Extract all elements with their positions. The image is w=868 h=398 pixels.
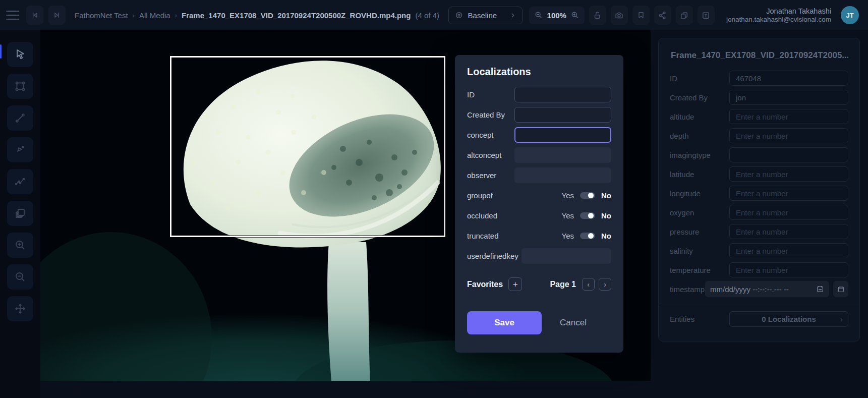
lock-button[interactable] bbox=[589, 6, 606, 25]
zoom-level: 100% bbox=[547, 11, 566, 20]
version-label: Baseline bbox=[468, 11, 504, 20]
dialog-actions: Save Cancel bbox=[467, 311, 611, 334]
favorites-label: Favorites bbox=[467, 280, 503, 289]
created-by-field[interactable] bbox=[729, 90, 848, 105]
magnifier-plus-icon bbox=[571, 11, 579, 19]
toggle-label: truncated bbox=[467, 232, 562, 240]
field-row-oxygen: oxygen bbox=[670, 205, 848, 220]
zoom-in-tool-button[interactable] bbox=[7, 233, 33, 258]
field-label: altconcept bbox=[467, 151, 514, 159]
calendar-icon bbox=[837, 286, 845, 293]
page-prev-button[interactable]: ‹ bbox=[582, 278, 595, 291]
bookmark-icon bbox=[637, 11, 645, 19]
toggle-row-occluded: occluded Yes No bbox=[467, 208, 611, 223]
id-field[interactable] bbox=[729, 71, 848, 86]
line-tool-button[interactable] bbox=[7, 105, 33, 131]
pressure-field[interactable] bbox=[729, 224, 848, 239]
media-counter: (4 of 4) bbox=[415, 11, 439, 20]
timestamp-field[interactable]: mm/dd/yyyy --:--:--.--- -- bbox=[705, 281, 829, 297]
prev-media-button[interactable] bbox=[26, 6, 43, 25]
point-tool-button[interactable] bbox=[7, 137, 33, 162]
text-overlay-icon bbox=[702, 11, 710, 20]
polyline-tool-button[interactable] bbox=[7, 169, 33, 194]
toggle-label: groupof bbox=[467, 191, 562, 200]
observer-field[interactable] bbox=[514, 167, 611, 183]
breadcrumb-separator: › bbox=[175, 12, 177, 19]
breadcrumb-section[interactable]: All Media bbox=[139, 11, 170, 20]
field-row-altitude: altitude bbox=[670, 109, 848, 124]
localization-created-by-field[interactable] bbox=[514, 107, 611, 123]
cancel-button[interactable]: Cancel bbox=[560, 318, 587, 328]
version-select[interactable]: Baseline bbox=[448, 7, 523, 24]
altitude-field[interactable] bbox=[729, 109, 848, 124]
pointer-tool-button[interactable] bbox=[7, 42, 33, 67]
imagingtype-field[interactable] bbox=[729, 147, 848, 162]
field-label: temperature bbox=[670, 266, 729, 274]
hamburger-icon bbox=[6, 11, 19, 12]
temperature-field[interactable] bbox=[729, 262, 848, 277]
oxygen-field[interactable] bbox=[729, 205, 848, 220]
text-overlay-button[interactable] bbox=[698, 6, 715, 25]
copy-button[interactable] bbox=[676, 6, 693, 25]
save-button[interactable]: Save bbox=[467, 311, 542, 334]
field-label: pressure bbox=[670, 228, 729, 236]
latitude-field[interactable] bbox=[729, 166, 848, 182]
user-info: Jonathan Takahashi jonathan.takahashi@cv… bbox=[726, 7, 831, 24]
field-label: imagingtype bbox=[670, 151, 729, 159]
toggle-row-truncated: truncated Yes No bbox=[467, 228, 611, 244]
breadcrumb-separator: › bbox=[133, 12, 135, 19]
favorites-pagination-row: Favorites + Page 1 ‹ › bbox=[467, 277, 611, 291]
next-media-button[interactable] bbox=[48, 6, 66, 25]
polyline-tool-icon bbox=[14, 176, 26, 188]
menu-button[interactable] bbox=[6, 6, 21, 24]
localization-bounding-box[interactable] bbox=[170, 56, 445, 237]
calendar-picker-button[interactable] bbox=[833, 281, 848, 297]
occluded-toggle[interactable] bbox=[580, 212, 595, 219]
altconcept-field[interactable] bbox=[514, 147, 611, 163]
page-next-button[interactable]: › bbox=[599, 278, 611, 291]
toggle-yes-label: Yes bbox=[562, 211, 574, 220]
toggle-no-label: No bbox=[601, 191, 611, 200]
toggle-yes-label: Yes bbox=[562, 191, 574, 200]
field-row-concept: concept bbox=[467, 127, 611, 143]
zoom-out-tool-button[interactable] bbox=[7, 264, 33, 290]
pan-icon bbox=[14, 303, 26, 315]
localizations-list-button[interactable]: 0 Localizations › bbox=[729, 311, 848, 327]
box-tool-icon bbox=[14, 80, 26, 92]
field-label: Created By bbox=[670, 93, 729, 102]
layers-tool-button[interactable] bbox=[7, 201, 33, 226]
userdefinedkey-field[interactable] bbox=[522, 248, 611, 264]
media-metadata-panel: Frame_1470_EX1708_VID_20170924T2005... I… bbox=[658, 38, 860, 342]
zoom-in-icon bbox=[14, 239, 26, 251]
snapshot-button[interactable] bbox=[611, 6, 628, 25]
pan-tool-button[interactable] bbox=[7, 296, 33, 321]
add-favorite-button[interactable]: + bbox=[508, 277, 522, 291]
breadcrumb-project[interactable]: FathomNet Test bbox=[75, 11, 128, 20]
page-label: Page 1 bbox=[550, 280, 576, 289]
zoom-out-button[interactable] bbox=[535, 11, 543, 19]
layers-icon bbox=[14, 207, 26, 219]
concept-field[interactable] bbox=[514, 127, 611, 143]
field-label: altitude bbox=[670, 112, 729, 121]
box-tool-button[interactable] bbox=[7, 74, 33, 99]
avatar[interactable]: JT bbox=[841, 6, 859, 24]
depth-field[interactable] bbox=[729, 128, 848, 143]
toggle-no-label: No bbox=[601, 232, 611, 240]
chevron-right-icon bbox=[509, 12, 516, 19]
bookmark-button[interactable] bbox=[632, 6, 650, 25]
zoom-in-button[interactable] bbox=[571, 11, 579, 19]
field-row-latitude: latitude bbox=[670, 166, 848, 182]
toggle-yes-label: Yes bbox=[562, 232, 574, 240]
target-icon bbox=[455, 11, 463, 19]
longitude-field[interactable] bbox=[729, 186, 848, 201]
toggle-knob bbox=[588, 213, 594, 218]
salinity-field[interactable] bbox=[729, 243, 848, 258]
field-label: concept bbox=[467, 131, 514, 139]
breadcrumb-filename: Frame_1470_EX1708_VID_20170924T200500Z_R… bbox=[182, 11, 411, 20]
field-label: ID bbox=[467, 90, 514, 99]
share-button[interactable] bbox=[654, 6, 671, 25]
groupof-toggle[interactable] bbox=[580, 192, 595, 199]
field-label: ID bbox=[670, 74, 729, 83]
truncated-toggle[interactable] bbox=[580, 233, 595, 239]
localization-id-field[interactable] bbox=[514, 87, 611, 102]
